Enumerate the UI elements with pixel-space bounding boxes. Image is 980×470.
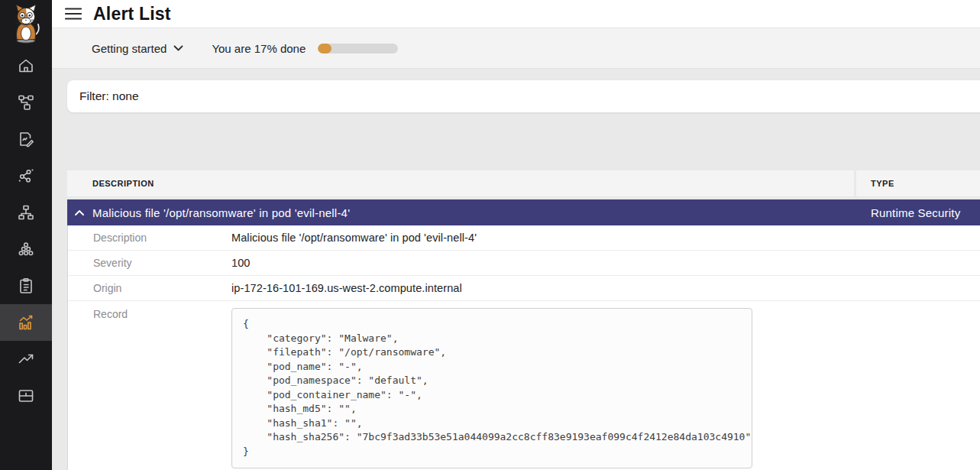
sidebar-item-clipboard[interactable] bbox=[0, 267, 52, 304]
sidebar-item-topology[interactable] bbox=[0, 84, 52, 121]
sitemap-icon bbox=[17, 203, 35, 222]
column-header-description: DESCRIPTION bbox=[67, 170, 854, 196]
storage-box-icon bbox=[17, 387, 35, 405]
filter-label: Filter: none bbox=[79, 89, 139, 103]
sidebar-item-cluster[interactable] bbox=[0, 231, 52, 267]
detail-label: Record bbox=[93, 307, 231, 320]
alert-row-type: Runtime Security bbox=[871, 206, 960, 219]
sidebar-nav bbox=[0, 47, 52, 414]
getting-started-label: Getting started bbox=[92, 42, 167, 55]
cluster-circles-icon bbox=[17, 240, 35, 258]
progress-text: You are 17% done bbox=[212, 42, 306, 55]
metrics-chart-icon bbox=[17, 313, 35, 332]
detail-row-origin: Origin ip-172-16-101-169.us-west-2.compu… bbox=[68, 276, 980, 301]
detail-row-severity: Severity 100 bbox=[68, 251, 980, 276]
alert-table: DESCRIPTION TYPE Malicious file '/opt/ra… bbox=[67, 170, 980, 470]
alert-row-expanded[interactable]: Malicious file '/opt/ransomware' in pod … bbox=[67, 199, 980, 225]
alert-details: Description Malicious file '/opt/ransomw… bbox=[67, 225, 980, 470]
table-header-row: DESCRIPTION TYPE bbox=[67, 170, 980, 196]
sidebar-item-alerts[interactable] bbox=[0, 304, 52, 341]
progress-bar bbox=[318, 44, 398, 53]
report-edit-icon bbox=[17, 130, 35, 148]
page-title: Alert List bbox=[93, 4, 171, 24]
sidebar-item-sitemap[interactable] bbox=[0, 194, 52, 231]
sidebar-item-storage[interactable] bbox=[0, 378, 52, 414]
getting-started-dropdown[interactable]: Getting started bbox=[92, 42, 183, 55]
cat-mascot-logo bbox=[0, 0, 52, 47]
trending-up-icon bbox=[17, 350, 35, 368]
main-area: Alert List Getting started You are 17% d… bbox=[52, 0, 980, 470]
clipboard-icon bbox=[17, 277, 35, 295]
detail-value: ip-172-16-101-169.us-west-2.compute.inte… bbox=[231, 282, 462, 294]
sidebar bbox=[0, 0, 52, 470]
detail-row-record: Record { "category": "Malware", "filepat… bbox=[68, 301, 980, 468]
filter-bar[interactable]: Filter: none bbox=[67, 80, 980, 112]
detail-value: Malicious file '/opt/ransomware' in pod … bbox=[231, 232, 477, 244]
detail-value: 100 bbox=[231, 257, 251, 269]
hamburger-icon[interactable] bbox=[63, 6, 83, 21]
detail-label: Origin bbox=[93, 282, 231, 294]
column-header-type: TYPE bbox=[856, 170, 980, 196]
molecule-icon bbox=[17, 167, 35, 185]
content: Filter: none DESCRIPTION TYPE Malicious … bbox=[52, 69, 980, 470]
sidebar-item-home[interactable] bbox=[0, 47, 52, 84]
getting-started-band: Getting started You are 17% done bbox=[52, 28, 980, 69]
chevron-down-icon bbox=[173, 45, 183, 51]
sidebar-item-trends[interactable] bbox=[0, 341, 52, 378]
detail-row-description: Description Malicious file '/opt/ransomw… bbox=[68, 225, 980, 251]
record-json-block: { "category": "Malware", "filepath": "/o… bbox=[231, 308, 752, 468]
chevron-up-icon[interactable] bbox=[74, 209, 85, 216]
home-icon bbox=[17, 57, 35, 75]
detail-label: Severity bbox=[93, 257, 231, 269]
topology-icon bbox=[17, 93, 35, 112]
sidebar-item-report[interactable] bbox=[0, 121, 52, 157]
alert-row-description: Malicious file '/opt/ransomware' in pod … bbox=[92, 206, 350, 219]
topbar: Alert List bbox=[52, 0, 980, 28]
detail-label: Description bbox=[93, 232, 231, 244]
sidebar-item-molecule[interactable] bbox=[0, 157, 52, 194]
progress-bar-fill bbox=[318, 44, 332, 53]
